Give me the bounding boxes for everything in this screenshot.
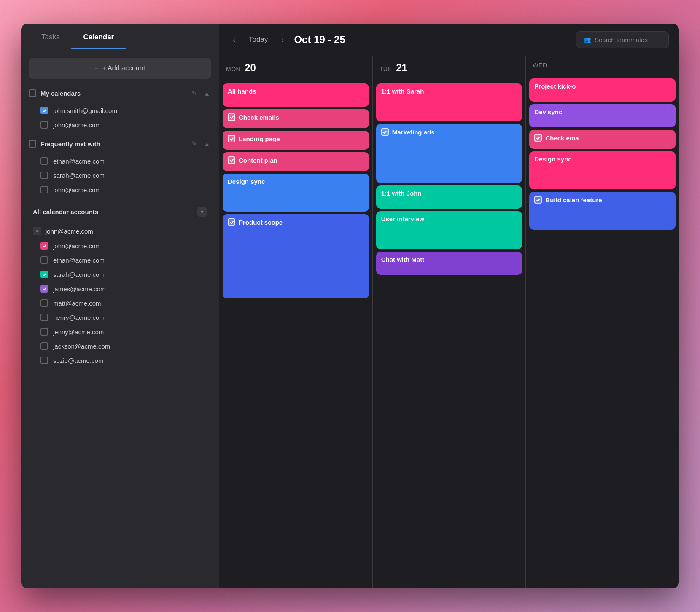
freq-met-sarah-label: sarah@acme.com xyxy=(53,172,105,179)
tab-calendar[interactable]: Calendar xyxy=(71,24,126,49)
event-user-interview[interactable]: User interview xyxy=(376,211,522,249)
acct-jackson[interactable]: jackson@acme.com xyxy=(29,339,211,353)
next-nav-button[interactable]: › xyxy=(278,34,287,46)
acct-suzie[interactable]: suzie@acme.com xyxy=(29,353,211,368)
event-all-hands-title: All hands xyxy=(228,88,256,95)
prev-nav-button[interactable]: ‹ xyxy=(229,34,239,46)
account-group-name: john@acme.com xyxy=(46,228,93,235)
freq-met-john-label: john@acme.com xyxy=(53,186,101,193)
checkmark-icon xyxy=(536,136,541,140)
event-project-kickoff-title: Project kick-o xyxy=(534,83,576,90)
acct-james[interactable]: james@acme.com xyxy=(29,282,211,296)
event-user-interview-title: User interview xyxy=(381,215,425,223)
frequently-met-checkbox[interactable] xyxy=(29,140,36,148)
all-accounts-title: All calendar accounts xyxy=(33,208,193,215)
check-emails-checkbox[interactable] xyxy=(228,113,235,121)
event-design-sync-mon-title: Design sync xyxy=(228,178,265,185)
acct-jenny[interactable]: jenny@acme.com xyxy=(29,325,211,339)
day-column-mon: Mon 20 All hands Check emails xyxy=(219,56,373,588)
my-calendar-gmail-checkbox[interactable] xyxy=(40,107,48,114)
my-calendars-collapse-button[interactable]: ▲ xyxy=(202,89,211,98)
my-calendar-item-acme[interactable]: john@acme.com xyxy=(29,118,211,132)
my-calendars-title: My calendars xyxy=(40,90,186,97)
event-all-hands[interactable]: All hands xyxy=(223,83,369,107)
acct-henry[interactable]: henry@acme.com xyxy=(29,310,211,325)
event-marketing-ads-title: Marketing ads xyxy=(392,129,435,136)
day-number-mon: 20 xyxy=(245,62,256,74)
acct-henry-checkbox[interactable] xyxy=(40,314,48,321)
build-calendar-checkbox[interactable] xyxy=(534,196,542,204)
event-design-sync-wed[interactable]: Design sync xyxy=(529,151,676,189)
event-design-sync-mon[interactable]: Design sync xyxy=(223,174,369,212)
landing-page-checkbox[interactable] xyxy=(228,135,235,142)
freq-met-ethan[interactable]: ethan@acme.com xyxy=(29,154,211,168)
day-column-wed: Wed Project kick-o Dev sync xyxy=(526,56,679,588)
checkmark-icon xyxy=(229,220,234,225)
my-calendars-edit-button[interactable]: ✎ xyxy=(190,88,198,98)
checkmark-icon xyxy=(42,287,47,291)
freq-met-ethan-checkbox[interactable] xyxy=(40,157,48,165)
acct-matt-checkbox[interactable] xyxy=(40,299,48,307)
acct-sarah[interactable]: sarah@acme.com xyxy=(29,267,211,282)
acct-john-acme[interactable]: john@acme.com xyxy=(29,239,211,253)
acct-matt-label: matt@acme.com xyxy=(53,300,101,307)
checkmark-icon xyxy=(536,198,541,202)
event-landing-page[interactable]: Landing page xyxy=(223,131,369,150)
acct-john-checkbox[interactable] xyxy=(40,242,48,250)
acct-james-checkbox[interactable] xyxy=(40,285,48,293)
content-plan-checkbox[interactable] xyxy=(228,156,235,164)
check-emails-wed-checkbox[interactable] xyxy=(534,134,542,142)
event-project-kickoff[interactable]: Project kick-o xyxy=(529,78,676,102)
event-content-plan[interactable]: Content plan xyxy=(223,152,369,171)
my-calendars-checkbox[interactable] xyxy=(29,89,36,97)
product-scope-checkbox[interactable] xyxy=(228,218,235,226)
today-button[interactable]: Today xyxy=(245,34,271,46)
account-group-header[interactable]: ▾ john@acme.com xyxy=(29,223,211,239)
event-check-emails-mon[interactable]: Check emails xyxy=(223,109,369,128)
day-header-wed: Wed xyxy=(526,56,679,75)
frequently-met-section-header: Frequently met with ✎ ▲ xyxy=(29,139,211,149)
marketing-ads-checkbox[interactable] xyxy=(381,128,389,136)
event-11-sarah[interactable]: 1:1 with Sarah xyxy=(376,83,522,121)
acct-ethan[interactable]: ethan@acme.com xyxy=(29,253,211,267)
acct-suzie-checkbox[interactable] xyxy=(40,357,48,364)
frequently-met-title: Frequently met with xyxy=(40,140,186,148)
acct-jenny-checkbox[interactable] xyxy=(40,328,48,336)
all-accounts-collapse-button[interactable]: ▾ xyxy=(197,207,207,217)
acct-ethan-checkbox[interactable] xyxy=(40,256,48,264)
event-product-scope[interactable]: Product scope xyxy=(223,214,369,298)
sidebar: Tasks Calendar + + Add account My calend… xyxy=(21,24,219,588)
event-check-emails-wed-title: Check ema xyxy=(545,134,579,142)
my-calendar-gmail-label: john.smith@gmail.com xyxy=(53,107,117,114)
search-teammates-input[interactable]: 👥 Search teammates xyxy=(576,31,669,48)
freq-met-sarah[interactable]: sarah@acme.com xyxy=(29,168,211,183)
event-landing-page-row: Landing page xyxy=(228,135,364,142)
freq-met-john-checkbox[interactable] xyxy=(40,186,48,193)
event-chat-matt[interactable]: Chat with Matt xyxy=(376,252,522,275)
frequently-met-edit-button[interactable]: ✎ xyxy=(190,139,198,149)
frequently-met-collapse-button[interactable]: ▲ xyxy=(202,139,211,149)
day-header-tue: Tue 21 xyxy=(373,56,526,80)
day-name-mon: Mon xyxy=(226,66,240,72)
event-11-john[interactable]: 1:1 with John xyxy=(376,185,522,209)
acct-jackson-checkbox[interactable] xyxy=(40,342,48,350)
event-marketing-ads[interactable]: Marketing ads xyxy=(376,124,522,183)
tab-tasks[interactable]: Tasks xyxy=(30,24,71,49)
event-check-emails-wed[interactable]: Check ema xyxy=(529,130,676,149)
event-dev-sync[interactable]: Dev sync xyxy=(529,104,676,127)
acct-sarah-checkbox[interactable] xyxy=(40,271,48,278)
search-teammates-label: Search teammates xyxy=(595,36,648,43)
freq-met-sarah-checkbox[interactable] xyxy=(40,172,48,179)
event-product-scope-title: Product scope xyxy=(239,219,283,226)
event-check-emails-row: Check emails xyxy=(228,113,364,121)
my-calendar-item-gmail[interactable]: john.smith@gmail.com xyxy=(29,103,211,118)
day-column-tue: Tue 21 1:1 with Sarah Marketing ads xyxy=(373,56,526,588)
event-build-calendar[interactable]: Build calen feature xyxy=(529,192,676,230)
wed-events: Project kick-o Dev sync Check ema xyxy=(526,75,679,588)
add-account-button[interactable]: + + Add account xyxy=(29,58,211,79)
freq-met-john[interactable]: john@acme.com xyxy=(29,183,211,197)
my-calendar-acme-checkbox[interactable] xyxy=(40,121,48,129)
acct-jenny-label: jenny@acme.com xyxy=(53,328,104,336)
acct-matt[interactable]: matt@acme.com xyxy=(29,296,211,310)
event-11-sarah-title: 1:1 with Sarah xyxy=(381,88,424,95)
